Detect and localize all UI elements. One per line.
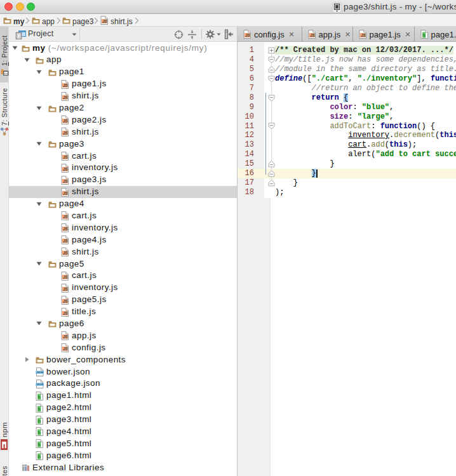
svg-text:JSON: JSON: [36, 371, 43, 374]
svg-text:JS: JS: [63, 95, 69, 99]
svg-text:h: h: [38, 442, 41, 447]
svg-text:JS: JS: [63, 167, 69, 171]
svg-text:h: h: [38, 454, 41, 459]
svg-text:JS: JS: [310, 33, 316, 37]
svg-text:JS: JS: [63, 227, 69, 231]
svg-text:JS: JS: [63, 298, 69, 303]
svg-text:JSON: JSON: [36, 383, 43, 386]
svg-text:h: h: [38, 406, 41, 412]
svg-text:JS: JS: [63, 190, 69, 195]
svg-text:JS: JS: [63, 275, 69, 279]
svg-text:JS: JS: [102, 19, 108, 23]
svg-text:h: h: [38, 430, 41, 436]
svg-text:JS: JS: [63, 239, 69, 243]
svg-text:JS: JS: [63, 347, 69, 351]
svg-text:JS: JS: [63, 131, 69, 135]
svg-text:h: h: [38, 394, 41, 400]
svg-text:JS: JS: [63, 286, 69, 291]
svg-text:JS: JS: [245, 33, 251, 37]
svg-text:JS: JS: [63, 310, 69, 315]
svg-text:JS: JS: [63, 83, 69, 87]
svg-text:JS: JS: [63, 155, 69, 159]
svg-text:JS: JS: [63, 178, 69, 183]
svg-text:h: h: [38, 418, 41, 424]
svg-text:JS: JS: [63, 215, 69, 219]
svg-text:JS: JS: [63, 119, 69, 123]
svg-text:JS: JS: [361, 33, 366, 37]
svg-text:JS: JS: [63, 251, 69, 255]
svg-text:JS: JS: [63, 334, 69, 339]
svg-text:h: h: [422, 32, 426, 38]
